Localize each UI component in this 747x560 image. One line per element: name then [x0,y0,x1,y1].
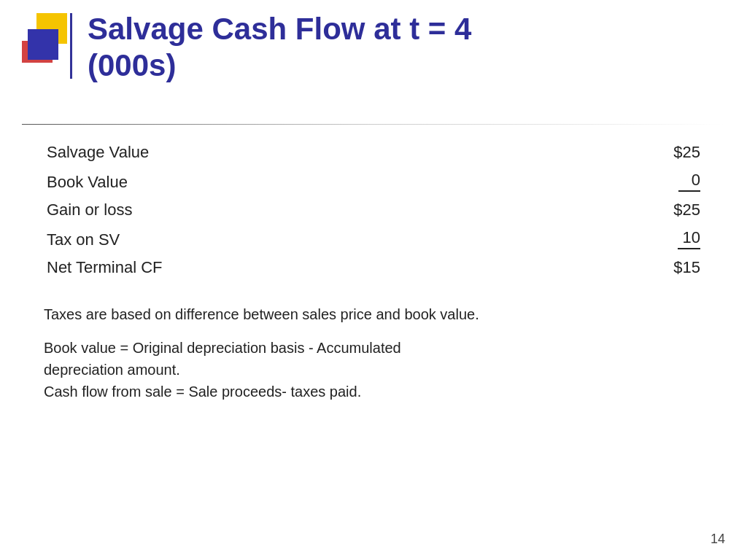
title-divider [22,124,725,125]
row-value-tax-on-sv: 10 [439,224,703,254]
page-number: 14 [711,532,725,547]
row-value-book-value: 0 [439,166,703,196]
table-row: Salvage Value $25 [44,139,703,166]
logo-square-blue [28,29,58,60]
data-table: Salvage Value $25 Book Value 0 Gain or l… [44,139,703,281]
title-line1: Salvage Cash Flow at t = 4 [88,12,471,46]
row-label-tax-on-sv: Tax on SV [44,224,439,254]
row-value-gain-or-loss: $25 [439,196,703,224]
table-row: Gain or loss $25 [44,196,703,224]
row-label-gain-or-loss: Gain or loss [44,196,439,224]
underlined-value: 0 [678,171,700,192]
slide-content: Salvage Value $25 Book Value 0 Gain or l… [44,139,703,414]
row-label-net-terminal-cf: Net Terminal CF [44,254,439,281]
note-2: Book value = Original depreciation basis… [44,337,703,402]
logo-vertical-line [70,13,72,79]
title-line2: (000s) [88,48,176,82]
table-row: Tax on SV 10 [44,224,703,254]
slide-title: Salvage Cash Flow at t = 4 (000s) [88,11,718,85]
slide: Salvage Cash Flow at t = 4 (000s) Salvag… [0,0,747,560]
table-row: Net Terminal CF $15 [44,254,703,281]
underlined-value-tax: 10 [678,228,700,249]
row-label-book-value: Book Value [44,166,439,196]
row-value-net-terminal-cf: $15 [439,254,703,281]
row-label-salvage-value: Salvage Value [44,139,439,166]
logo-decoration [22,13,80,79]
table-row: Book Value 0 [44,166,703,196]
notes-section: Taxes are based on difference between sa… [44,303,703,402]
note-1: Taxes are based on difference between sa… [44,303,703,325]
row-value-salvage-value: $25 [439,139,703,166]
